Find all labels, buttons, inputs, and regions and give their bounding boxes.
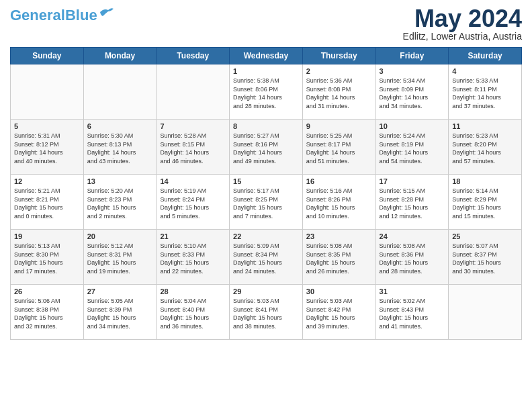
col-sunday: Sunday [11, 48, 84, 64]
calendar-body: 1Sunrise: 5:38 AM Sunset: 8:06 PM Daylig… [11, 64, 522, 340]
day-number: 4 [452, 67, 518, 75]
day-info: Sunrise: 5:03 AM Sunset: 8:42 PM Dayligh… [306, 297, 372, 330]
day-number: 11 [452, 122, 518, 130]
calendar-week-4: 19Sunrise: 5:13 AM Sunset: 8:30 PM Dayli… [11, 230, 522, 285]
calendar-cell: 14Sunrise: 5:19 AM Sunset: 8:24 PM Dayli… [157, 175, 230, 230]
day-info: Sunrise: 5:34 AM Sunset: 8:09 PM Dayligh… [380, 77, 445, 110]
calendar-cell: 1Sunrise: 5:38 AM Sunset: 8:06 PM Daylig… [230, 64, 303, 120]
logo-bird-icon [99, 7, 115, 19]
day-info: Sunrise: 5:02 AM Sunset: 8:43 PM Dayligh… [380, 297, 445, 330]
calendar-cell: 23Sunrise: 5:08 AM Sunset: 8:35 PM Dayli… [302, 230, 375, 285]
day-info: Sunrise: 5:06 AM Sunset: 8:38 PM Dayligh… [14, 297, 80, 330]
day-number: 31 [380, 287, 445, 295]
calendar-cell: 16Sunrise: 5:16 AM Sunset: 8:26 PM Dayli… [302, 175, 375, 230]
calendar-week-2: 5Sunrise: 5:31 AM Sunset: 8:12 PM Daylig… [11, 120, 522, 175]
day-number: 20 [87, 232, 153, 240]
day-number: 24 [380, 232, 445, 240]
day-info: Sunrise: 5:14 AM Sunset: 8:29 PM Dayligh… [452, 187, 518, 220]
calendar-cell: 30Sunrise: 5:03 AM Sunset: 8:42 PM Dayli… [302, 285, 375, 340]
header-row: Sunday Monday Tuesday Wednesday Thursday… [11, 48, 522, 64]
calendar-week-1: 1Sunrise: 5:38 AM Sunset: 8:06 PM Daylig… [11, 64, 522, 120]
day-info: Sunrise: 5:24 AM Sunset: 8:19 PM Dayligh… [380, 132, 445, 165]
day-info: Sunrise: 5:16 AM Sunset: 8:26 PM Dayligh… [306, 187, 372, 220]
calendar-header: Sunday Monday Tuesday Wednesday Thursday… [11, 48, 522, 64]
calendar-table: Sunday Monday Tuesday Wednesday Thursday… [10, 47, 522, 340]
day-info: Sunrise: 5:13 AM Sunset: 8:30 PM Dayligh… [14, 242, 80, 275]
day-number: 12 [14, 177, 80, 185]
calendar-cell: 28Sunrise: 5:04 AM Sunset: 8:40 PM Dayli… [157, 285, 230, 340]
day-info: Sunrise: 5:03 AM Sunset: 8:41 PM Dayligh… [233, 297, 299, 330]
day-info: Sunrise: 5:38 AM Sunset: 8:06 PM Dayligh… [233, 77, 299, 110]
col-tuesday: Tuesday [157, 48, 230, 64]
day-number: 28 [160, 287, 226, 295]
day-number: 22 [233, 232, 299, 240]
calendar-cell: 18Sunrise: 5:14 AM Sunset: 8:29 PM Dayli… [449, 175, 522, 230]
day-number: 26 [14, 287, 80, 295]
logo-text: GeneralBlue [10, 8, 97, 23]
day-number: 5 [14, 122, 80, 130]
calendar-cell: 4Sunrise: 5:33 AM Sunset: 8:11 PM Daylig… [449, 64, 522, 120]
day-number: 6 [87, 122, 153, 130]
calendar-cell: 5Sunrise: 5:31 AM Sunset: 8:12 PM Daylig… [11, 120, 84, 175]
day-number: 19 [14, 232, 80, 240]
day-info: Sunrise: 5:27 AM Sunset: 8:16 PM Dayligh… [233, 132, 299, 165]
day-info: Sunrise: 5:17 AM Sunset: 8:25 PM Dayligh… [233, 187, 299, 220]
day-info: Sunrise: 5:30 AM Sunset: 8:13 PM Dayligh… [87, 132, 153, 165]
day-info: Sunrise: 5:12 AM Sunset: 8:31 PM Dayligh… [87, 242, 153, 275]
col-thursday: Thursday [302, 48, 375, 64]
col-saturday: Saturday [449, 48, 522, 64]
day-info: Sunrise: 5:33 AM Sunset: 8:11 PM Dayligh… [452, 77, 518, 110]
day-info: Sunrise: 5:09 AM Sunset: 8:34 PM Dayligh… [233, 242, 299, 275]
calendar-cell: 29Sunrise: 5:03 AM Sunset: 8:41 PM Dayli… [230, 285, 303, 340]
calendar-cell [449, 285, 522, 340]
day-info: Sunrise: 5:20 AM Sunset: 8:23 PM Dayligh… [87, 187, 153, 220]
calendar-cell: 13Sunrise: 5:20 AM Sunset: 8:23 PM Dayli… [83, 175, 157, 230]
day-number: 2 [306, 67, 372, 75]
day-info: Sunrise: 5:07 AM Sunset: 8:37 PM Dayligh… [452, 242, 518, 275]
calendar-cell: 12Sunrise: 5:21 AM Sunset: 8:21 PM Dayli… [11, 175, 84, 230]
calendar-cell: 17Sunrise: 5:15 AM Sunset: 8:28 PM Dayli… [375, 175, 449, 230]
day-number: 14 [160, 177, 226, 185]
calendar-cell: 21Sunrise: 5:10 AM Sunset: 8:33 PM Dayli… [157, 230, 230, 285]
calendar-cell: 27Sunrise: 5:05 AM Sunset: 8:39 PM Dayli… [83, 285, 157, 340]
calendar-cell: 8Sunrise: 5:27 AM Sunset: 8:16 PM Daylig… [230, 120, 303, 175]
day-info: Sunrise: 5:19 AM Sunset: 8:24 PM Dayligh… [160, 187, 226, 220]
calendar-cell: 6Sunrise: 5:30 AM Sunset: 8:13 PM Daylig… [83, 120, 157, 175]
header: GeneralBlue May 2024 Edlitz, Lower Austr… [10, 7, 522, 42]
logo-general: General [10, 7, 65, 24]
day-number: 18 [452, 177, 518, 185]
day-info: Sunrise: 5:10 AM Sunset: 8:33 PM Dayligh… [160, 242, 226, 275]
day-info: Sunrise: 5:36 AM Sunset: 8:08 PM Dayligh… [306, 77, 372, 110]
day-number: 29 [233, 287, 299, 295]
calendar-cell [11, 64, 84, 120]
day-info: Sunrise: 5:25 AM Sunset: 8:17 PM Dayligh… [306, 132, 372, 165]
day-number: 23 [306, 232, 372, 240]
calendar-week-3: 12Sunrise: 5:21 AM Sunset: 8:21 PM Dayli… [11, 175, 522, 230]
location: Edlitz, Lower Austria, Austria [403, 31, 522, 42]
calendar-cell: 22Sunrise: 5:09 AM Sunset: 8:34 PM Dayli… [230, 230, 303, 285]
calendar-cell: 25Sunrise: 5:07 AM Sunset: 8:37 PM Dayli… [449, 230, 522, 285]
day-info: Sunrise: 5:28 AM Sunset: 8:15 PM Dayligh… [160, 132, 226, 165]
calendar-week-5: 26Sunrise: 5:06 AM Sunset: 8:38 PM Dayli… [11, 285, 522, 340]
col-monday: Monday [83, 48, 157, 64]
day-info: Sunrise: 5:23 AM Sunset: 8:20 PM Dayligh… [452, 132, 518, 165]
logo-blue: Blue [65, 7, 97, 24]
day-number: 1 [233, 67, 299, 75]
day-number: 17 [380, 177, 445, 185]
day-number: 15 [233, 177, 299, 185]
calendar-cell: 2Sunrise: 5:36 AM Sunset: 8:08 PM Daylig… [302, 64, 375, 120]
day-info: Sunrise: 5:08 AM Sunset: 8:36 PM Dayligh… [380, 242, 445, 275]
calendar-cell: 20Sunrise: 5:12 AM Sunset: 8:31 PM Dayli… [83, 230, 157, 285]
title-block: May 2024 Edlitz, Lower Austria, Austria [403, 7, 522, 42]
day-number: 10 [380, 122, 445, 130]
logo: GeneralBlue [10, 7, 115, 24]
calendar-cell [157, 64, 230, 120]
calendar-cell: 11Sunrise: 5:23 AM Sunset: 8:20 PM Dayli… [449, 120, 522, 175]
day-number: 16 [306, 177, 372, 185]
day-info: Sunrise: 5:21 AM Sunset: 8:21 PM Dayligh… [14, 187, 80, 220]
day-info: Sunrise: 5:05 AM Sunset: 8:39 PM Dayligh… [87, 297, 153, 330]
calendar-cell: 3Sunrise: 5:34 AM Sunset: 8:09 PM Daylig… [375, 64, 449, 120]
col-wednesday: Wednesday [230, 48, 303, 64]
day-number: 27 [87, 287, 153, 295]
day-info: Sunrise: 5:08 AM Sunset: 8:35 PM Dayligh… [306, 242, 372, 275]
